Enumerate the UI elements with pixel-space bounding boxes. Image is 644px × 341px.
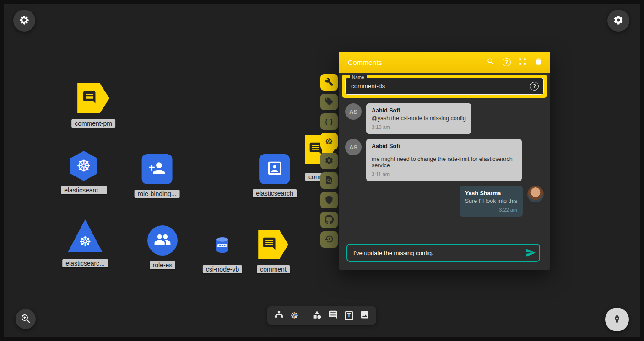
node-elasticsearch-hex[interactable]: ☸ elasticsearc...	[61, 151, 107, 194]
node-label: elasticsearc...	[61, 186, 107, 194]
comments-panel: Comments ? Name ? AS	[339, 52, 550, 270]
message-author: Aabid Sofi	[372, 143, 516, 149]
comment-input[interactable]	[346, 244, 540, 262]
node-comment[interactable]: comment	[257, 230, 290, 273]
message-author: Aabid Sofi	[372, 107, 466, 114]
comment-message: AS Aabid Sofi me might need to change th…	[345, 139, 544, 181]
field-help-icon[interactable]: ?	[530, 82, 539, 91]
kubernetes-wheel-icon: ☸	[76, 158, 91, 174]
pen-nib-icon	[612, 314, 622, 326]
security-button[interactable]	[320, 192, 338, 208]
inspect-button[interactable]	[320, 172, 338, 189]
kubernetes-tool-button[interactable]: ☸	[290, 311, 298, 320]
node-role-binding[interactable]: role-binding...	[135, 154, 180, 198]
shape-dock: ☸ T	[267, 306, 376, 325]
gear-button[interactable]	[320, 153, 338, 169]
braces-button[interactable]: { }	[320, 113, 338, 130]
zoom-in-icon	[20, 313, 31, 325]
kubernetes-button[interactable]: ☸	[320, 133, 338, 149]
wrench-icon	[325, 77, 334, 88]
comment-message: AS Aabid Sofi @yash the csi-node is miss…	[345, 103, 544, 134]
comment-shape[interactable]	[77, 83, 109, 113]
delete-button[interactable]	[534, 57, 543, 67]
sitemap-tool-button[interactable]	[274, 310, 284, 321]
node-comment-pm[interactable]: comment-pm	[71, 83, 115, 128]
find-in-page-icon	[325, 176, 334, 186]
name-field-label: Name	[350, 75, 367, 80]
search-button[interactable]	[487, 57, 495, 67]
kubernetes-triangle-shape[interactable]: ☸	[68, 219, 103, 252]
node-elasticsearch-tri[interactable]: ☸ elasticsearc...	[62, 219, 108, 267]
expand-icon	[518, 57, 527, 67]
role-binding-shape[interactable]	[141, 154, 172, 184]
name-field: Name ?	[345, 78, 544, 95]
kubernetes-wheel-icon: ☸	[325, 137, 333, 146]
portrait-badge-icon	[266, 160, 283, 179]
settings-button[interactable]	[607, 10, 629, 32]
avatar-photo	[527, 186, 544, 202]
text-icon: T	[345, 311, 353, 320]
zoom-button[interactable]	[16, 309, 36, 329]
send-icon	[525, 253, 536, 260]
message-text: Sure I'll look into this	[465, 198, 517, 204]
avatar-initials: AS	[345, 103, 362, 120]
panel-title: Comments	[348, 59, 479, 66]
pen-tool-button[interactable]	[605, 308, 629, 331]
service-account-shape[interactable]	[259, 154, 290, 184]
kubernetes-wheel-icon: ☸	[79, 235, 92, 249]
kubernetes-wheel-icon: ☸	[290, 311, 298, 320]
kubernetes-hexagon-shape[interactable]: ☸	[68, 151, 99, 181]
message-bubble: Aabid Sofi @yash the csi-node is missing…	[366, 103, 471, 134]
tag-icon	[325, 97, 334, 107]
comment-shape[interactable]	[258, 230, 288, 259]
text-tool-button[interactable]: T	[345, 311, 353, 320]
shapes-icon	[312, 310, 322, 321]
node-label: elasticsearc...	[62, 259, 108, 267]
message-text: me might need to change the rate-limit f…	[372, 156, 516, 169]
braces-icon: { }	[325, 118, 333, 125]
node-label: csi-node-vb	[203, 265, 242, 273]
configure-wrench-button[interactable]	[320, 74, 338, 91]
message-author: Yash Sharma	[465, 190, 517, 197]
comment-icon	[82, 90, 97, 107]
message-bubble: Aabid Sofi me might need to change the r…	[366, 139, 522, 181]
comment-icon	[328, 310, 338, 321]
node-label: comment-pm	[71, 119, 115, 128]
node-label: role-binding...	[135, 190, 180, 198]
history-icon	[325, 234, 334, 245]
help-icon: ?	[503, 58, 511, 66]
cylinder-storage-icon[interactable]	[215, 236, 230, 256]
message-time: 3:11 am	[372, 171, 516, 177]
sitemap-icon	[274, 310, 284, 321]
node-context-toolbar: { } ☸	[320, 74, 339, 251]
gear-icon	[613, 15, 624, 27]
comment-composer	[346, 244, 540, 262]
trash-icon	[534, 57, 543, 67]
node-csi-node-vb[interactable]: csi-node-vb	[203, 236, 242, 273]
github-button[interactable]	[320, 212, 338, 228]
expand-button[interactable]	[518, 57, 527, 67]
app-logo-button[interactable]	[13, 10, 35, 32]
message-bubble: Yash Sharma Sure I'll look into this 3:2…	[460, 186, 523, 217]
node-label: role-es	[150, 261, 176, 269]
design-canvas[interactable]: comment-pm ☸ elasticsearc... role-bindin…	[0, 0, 644, 341]
node-elasticsearch-sa[interactable]: elasticsearch	[253, 154, 297, 197]
shapes-tool-button[interactable]	[312, 310, 322, 321]
flower-logo-icon	[19, 15, 30, 27]
image-icon	[360, 310, 369, 321]
tag-button[interactable]	[320, 94, 338, 110]
comments-panel-header[interactable]: Comments ?	[339, 52, 550, 73]
comment-message: Yash Sharma Sure I'll look into this 3:2…	[345, 186, 544, 217]
node-role-es[interactable]: role-es	[147, 225, 178, 269]
comment-tool-button[interactable]	[328, 310, 338, 321]
avatar-initials: AS	[345, 139, 362, 155]
name-input[interactable]	[346, 83, 530, 90]
name-field-highlight: Name ?	[342, 75, 547, 98]
comment-icon	[262, 236, 276, 253]
image-tool-button[interactable]	[360, 310, 369, 321]
node-label: comment	[257, 265, 290, 273]
send-button[interactable]	[525, 247, 536, 260]
history-button[interactable]	[320, 231, 338, 248]
role-shape[interactable]	[147, 225, 178, 256]
help-button[interactable]: ?	[503, 58, 511, 66]
